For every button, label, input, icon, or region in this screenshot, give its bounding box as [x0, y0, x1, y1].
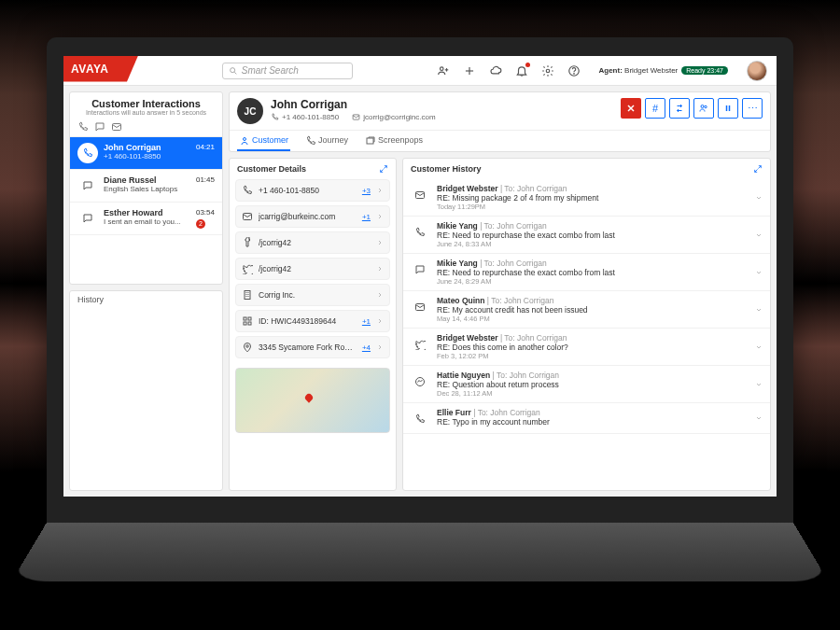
search-input[interactable]: Smart Search — [222, 63, 353, 79]
svg-rect-21 — [245, 291, 250, 300]
add-user-icon[interactable] — [437, 64, 450, 77]
history-time: Feb 3, 12:02 PM — [437, 352, 748, 360]
history-item[interactable]: Bridget Webster | To: John Corrigan RE: … — [403, 179, 770, 217]
gear-icon[interactable] — [541, 64, 554, 77]
history-subject: RE: Typo in my account number — [437, 417, 748, 427]
help-icon[interactable] — [567, 64, 581, 77]
bell-icon[interactable] — [515, 64, 528, 77]
interaction-item[interactable]: Esther Howard I sent an email to you... … — [70, 203, 222, 235]
hold-button[interactable] — [718, 98, 738, 119]
chevron-down-icon — [755, 269, 763, 276]
interaction-time: 03:54 — [196, 208, 215, 217]
chevron-down-icon — [755, 343, 763, 351]
history-subject: RE: Need to repurchase the exact combo f… — [437, 231, 748, 240]
chevron-right-icon — [376, 343, 384, 351]
chat-icon — [77, 208, 98, 229]
filter-phone-icon[interactable] — [77, 121, 89, 133]
mail-icon — [242, 211, 253, 222]
interaction-badge: 2 — [196, 219, 205, 229]
svg-rect-28 — [244, 317, 246, 320]
filter-chat-icon[interactable] — [94, 121, 105, 133]
detail-count: +3 — [362, 187, 371, 195]
customer-map[interactable] — [235, 368, 390, 433]
history-from: Hattie Nguyen — [437, 371, 490, 380]
customer-header-panel: JC John Corrigan +1 460-101-8850 jcorrig… — [229, 91, 771, 152]
svg-rect-29 — [248, 317, 251, 320]
svg-rect-30 — [244, 322, 246, 325]
dialpad-button[interactable]: # — [645, 98, 665, 119]
twitter-icon — [411, 335, 429, 354]
agent-status-pill[interactable]: Agent: Bridget Webster Ready 23:47 — [594, 64, 734, 77]
detail-value: Corrig Inc. — [259, 290, 371, 300]
phone-icon — [411, 223, 429, 242]
history-title: Customer History — [411, 164, 482, 174]
history-collapsed-panel[interactable]: History — [69, 290, 223, 491]
svg-point-32 — [246, 345, 249, 348]
filter-mail-icon[interactable] — [111, 121, 122, 133]
close-interaction-button[interactable] — [621, 98, 641, 119]
expand-icon[interactable] — [753, 164, 763, 174]
phone-icon — [305, 135, 315, 145]
cloud-icon[interactable] — [489, 64, 502, 77]
customer-phone: +1 460-101-8850 — [271, 113, 339, 121]
history-item[interactable]: Ellie Furr | To: John Corrigan RE: Typo … — [403, 403, 770, 434]
chat-icon — [411, 260, 429, 279]
detail-count: +1 — [362, 317, 371, 326]
detail-item[interactable]: ID: HWIC4493189644 +1 — [235, 310, 390, 332]
detail-item[interactable]: jcarrig@burkeinc.com +1 — [235, 205, 390, 228]
building-icon — [242, 289, 253, 301]
tab-screenpops[interactable]: Screenpops — [363, 131, 425, 151]
chevron-right-icon — [376, 213, 384, 220]
detail-item[interactable]: +1 460-101-8850 +3 — [235, 179, 390, 202]
detail-item[interactable]: /jcorrig42 — [235, 258, 390, 280]
brand-logo: AVAYA — [63, 56, 138, 86]
svg-point-2 — [440, 66, 443, 70]
history-item[interactable]: Hattie Nguyen | To: John Corrigan RE: Qu… — [403, 366, 770, 403]
interaction-time: 04:21 — [196, 143, 215, 151]
history-time: Today 11:29PM — [437, 203, 748, 211]
detail-value: jcarrig@burkeinc.com — [259, 212, 357, 221]
interaction-filters — [70, 118, 222, 137]
chat-icon — [77, 175, 98, 196]
detail-value: ID: HWIC4493189644 — [259, 316, 357, 326]
expand-icon[interactable] — [379, 164, 388, 174]
detail-item[interactable]: 3345 Sycamore Fork Road, Hialeah, FLA +4 — [235, 336, 390, 358]
phone-icon — [411, 410, 429, 428]
history-from: Mikie Yang — [437, 259, 478, 268]
chevron-right-icon — [376, 187, 384, 194]
history-time: Dec 28, 11:12 AM — [437, 389, 748, 398]
history-subject: RE: Need to repurchase the exact combo f… — [437, 268, 748, 277]
history-time: June 24, 8:29 AM — [437, 277, 748, 286]
interaction-list: John Corrigan +1 460-101-8850 04:21 Dian… — [70, 137, 222, 235]
history-item[interactable]: Mateo Quinn | To: John Corrigan RE: My a… — [403, 291, 770, 329]
customer-avatar: JC — [237, 98, 263, 124]
user-icon — [239, 135, 248, 145]
interactions-subtitle: Interactions will auto answer in 5 secon… — [77, 109, 215, 116]
tab-customer[interactable]: Customer — [237, 131, 290, 151]
transfer-button[interactable] — [669, 98, 690, 119]
history-item[interactable]: Mikie Yang | To: John Corrigan RE: Need … — [403, 254, 770, 291]
svg-rect-31 — [248, 322, 251, 325]
history-from: Mateo Quinn — [437, 296, 484, 305]
history-item[interactable]: Bridget Webster | To: John Corrigan RE: … — [403, 329, 770, 366]
interaction-item[interactable]: Diane Russel English Sales Laptops 01:45 — [70, 170, 222, 203]
conference-button[interactable] — [693, 98, 714, 119]
tab-journey[interactable]: Journey — [303, 131, 350, 151]
history-from: Mikie Yang — [437, 221, 478, 231]
svg-point-14 — [701, 105, 704, 108]
history-from: Ellie Furr — [437, 408, 471, 417]
customer-email: jcorrig@corriginc.com — [352, 113, 435, 121]
mail-icon — [411, 186, 429, 204]
detail-value: +1 460-101-8850 — [259, 186, 357, 195]
mail-icon — [411, 298, 429, 316]
detail-item[interactable]: Corrig Inc. — [235, 284, 390, 306]
plus-icon[interactable] — [463, 64, 476, 77]
messenger-icon — [411, 372, 429, 391]
history-to: | To: John Corrigan — [493, 371, 560, 380]
interaction-item[interactable]: John Corrigan +1 460-101-8850 04:21 — [70, 137, 222, 170]
agent-avatar[interactable] — [747, 61, 767, 81]
more-button[interactable]: ⋯ — [742, 98, 763, 119]
history-item[interactable]: Mikie Yang | To: John Corrigan RE: Need … — [403, 217, 770, 254]
detail-item[interactable]: /jcorrig42 — [235, 231, 390, 254]
chevron-right-icon — [376, 265, 384, 273]
